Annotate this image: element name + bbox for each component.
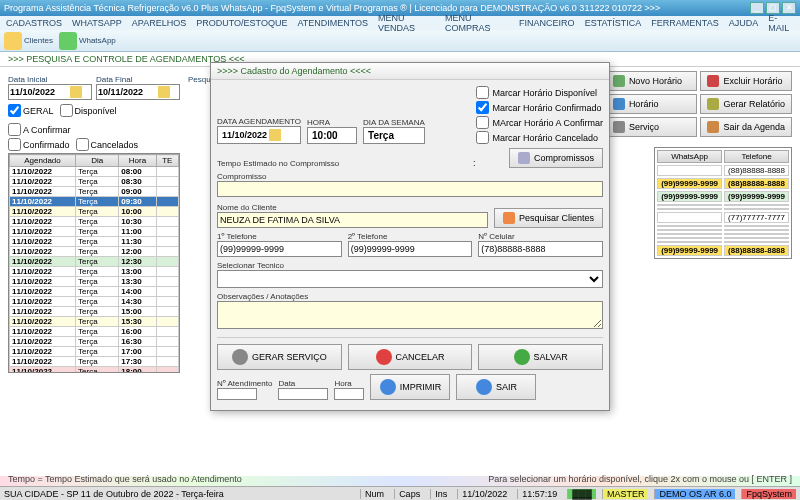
chk-canc[interactable] [476, 131, 489, 144]
hora2-input[interactable] [334, 388, 364, 400]
menu-ajuda[interactable]: AJUDA [729, 18, 759, 28]
table-row[interactable]: 11/10/2022Terça10:00 [10, 207, 179, 217]
clients-icon[interactable] [4, 32, 22, 50]
search-icon [518, 152, 530, 164]
menu-ferramentas[interactable]: FERRAMENTAS [651, 18, 718, 28]
sair-agenda-button[interactable]: Sair da Agenda [700, 117, 792, 137]
chk-cancelados[interactable] [76, 138, 89, 151]
menu-whatsapp[interactable]: WHATSAPP [72, 18, 122, 28]
table-row[interactable]: 11/10/2022Terça16:00 [10, 327, 179, 337]
calendar-icon[interactable] [70, 86, 82, 98]
data-inicial-label: Data Inicial [8, 75, 92, 84]
compromisso-input[interactable] [217, 181, 603, 197]
phone-row: (99)99999-9999(99)99999-9999 [657, 191, 789, 202]
cancelar-button[interactable]: CANCELAR [348, 344, 473, 370]
table-row[interactable]: 11/10/2022Terça11:00 [10, 227, 179, 237]
data2-input[interactable] [278, 388, 328, 400]
gerar-servico-button[interactable]: GERAR SERVIÇO [217, 344, 342, 370]
menu-estatística[interactable]: ESTATÍSTICA [585, 18, 642, 28]
dlg-tempo[interactable]: : [473, 158, 503, 168]
menu-aparelhos[interactable]: APARELHOS [132, 18, 186, 28]
table-row[interactable]: 11/10/2022Terça14:00 [10, 287, 179, 297]
chk-disp[interactable] [476, 86, 489, 99]
chk-confirmado[interactable] [8, 138, 21, 151]
imprimir-button[interactable]: IMPRIMIR [370, 374, 450, 400]
menu-e-mail[interactable]: E-MAIL [768, 13, 794, 33]
atend-input[interactable] [217, 388, 257, 400]
menu-cadastros[interactable]: CADASTROS [6, 18, 62, 28]
gerar-relatorio-button[interactable]: Gerar Relatório [700, 94, 792, 114]
dlg-hora[interactable]: 10:00 [307, 127, 357, 144]
menubar: CADASTROSWHATSAPPAPARELHOSPRODUTO/ESTOQU… [0, 16, 800, 30]
phone-table: WhatsAppTelefone(88)88888-8888(99)99999-… [654, 147, 792, 259]
table-row[interactable]: 11/10/2022Terça09:30 [10, 197, 179, 207]
phone-row: (77)77777-7777 [657, 212, 789, 223]
phone-row [657, 237, 789, 239]
tab-clientes[interactable]: Clientes [24, 36, 53, 45]
table-row[interactable]: 11/10/2022Terça17:00 [10, 347, 179, 357]
statusbar: SUA CIDADE - SP 11 de Outubro de 2022 - … [0, 486, 800, 500]
horario-button[interactable]: Horário [606, 94, 698, 114]
data-inicial-input[interactable] [10, 87, 70, 97]
table-row[interactable]: 11/10/2022Terça18:00 [10, 367, 179, 374]
compromissos-button[interactable]: Compromissos [509, 148, 603, 168]
dlg-data[interactable]: 11/10/2022 [217, 126, 301, 144]
phone-row [657, 225, 789, 227]
obs-input[interactable] [217, 301, 603, 329]
arrow-icon [476, 379, 492, 395]
delete-icon [707, 75, 719, 87]
table-row[interactable]: 11/10/2022Terça13:00 [10, 267, 179, 277]
calendar-icon[interactable] [269, 129, 281, 141]
tel1-input[interactable] [217, 241, 342, 257]
dialog-title: >>>> Cadastro do Agendamento <<<< [211, 63, 609, 80]
schedule-grid[interactable]: AgendadoDiaHoraTE11/10/2022Terça08:0011/… [8, 153, 180, 373]
cel-input[interactable] [478, 241, 603, 257]
table-row[interactable]: 11/10/2022Terça14:30 [10, 297, 179, 307]
progress-indicator: ▓▓▓ [567, 489, 596, 499]
pesquisar-clientes-button[interactable]: Pesquisar Clientes [494, 208, 603, 228]
table-row[interactable]: 11/10/2022Terça12:00 [10, 247, 179, 257]
servico-button[interactable]: Serviço [606, 117, 698, 137]
salvar-button[interactable]: SALVAR [478, 344, 603, 370]
menu-menu compras[interactable]: MENU COMPRAS [445, 13, 509, 33]
table-row[interactable]: 11/10/2022Terça12:30 [10, 257, 179, 267]
tecnico-select[interactable] [217, 270, 603, 288]
minimize-button[interactable]: _ [750, 2, 764, 14]
data-final-input[interactable] [98, 87, 158, 97]
report-icon [707, 98, 719, 110]
whatsapp-icon[interactable] [59, 32, 77, 50]
table-row[interactable]: 11/10/2022Terça09:00 [10, 187, 179, 197]
table-row[interactable]: 11/10/2022Terça10:30 [10, 217, 179, 227]
tel2-input[interactable] [348, 241, 473, 257]
menu-atendimentos[interactable]: ATENDIMENTOS [297, 18, 368, 28]
chk-aconfirmar[interactable] [8, 123, 21, 136]
data-final-label: Data Final [96, 75, 180, 84]
chk-disponivel[interactable] [60, 104, 73, 117]
table-row[interactable]: 11/10/2022Terça17:30 [10, 357, 179, 367]
chk-geral[interactable] [8, 104, 21, 117]
table-row[interactable]: 11/10/2022Terça08:00 [10, 167, 179, 177]
nome-cliente-input[interactable] [217, 212, 488, 228]
table-row[interactable]: 11/10/2022Terça11:30 [10, 237, 179, 247]
gear-icon [232, 349, 248, 365]
table-row[interactable]: 11/10/2022Terça16:30 [10, 337, 179, 347]
phone-row: (99)99999-9999(88)88888-8888 [657, 245, 789, 256]
table-row[interactable]: 11/10/2022Terça15:30 [10, 317, 179, 327]
table-row[interactable]: 11/10/2022Terça08:30 [10, 177, 179, 187]
menu-financeiro[interactable]: FINANCEIRO [519, 18, 575, 28]
menu-produto/estoque[interactable]: PRODUTO/ESTOQUE [196, 18, 287, 28]
novo-horario-button[interactable]: Novo Horário [606, 71, 698, 91]
tab-whatsapp[interactable]: WhatsApp [79, 36, 116, 45]
chk-conf[interactable] [476, 101, 489, 114]
service-icon [613, 121, 625, 133]
phone-row: (99)99999-9999(88)88888-8888 [657, 178, 789, 189]
table-row[interactable]: 11/10/2022Terça13:30 [10, 277, 179, 287]
table-row[interactable]: 11/10/2022Terça15:00 [10, 307, 179, 317]
excluir-horario-button[interactable]: Excluir Horário [700, 71, 792, 91]
toolbar: Clientes WhatsApp [0, 30, 800, 52]
chk-aconf[interactable] [476, 116, 489, 129]
phone-row [657, 241, 789, 243]
sair-button[interactable]: SAIR [456, 374, 536, 400]
menu-menu vendas[interactable]: MENU VENDAS [378, 13, 435, 33]
calendar-icon[interactable] [158, 86, 170, 98]
